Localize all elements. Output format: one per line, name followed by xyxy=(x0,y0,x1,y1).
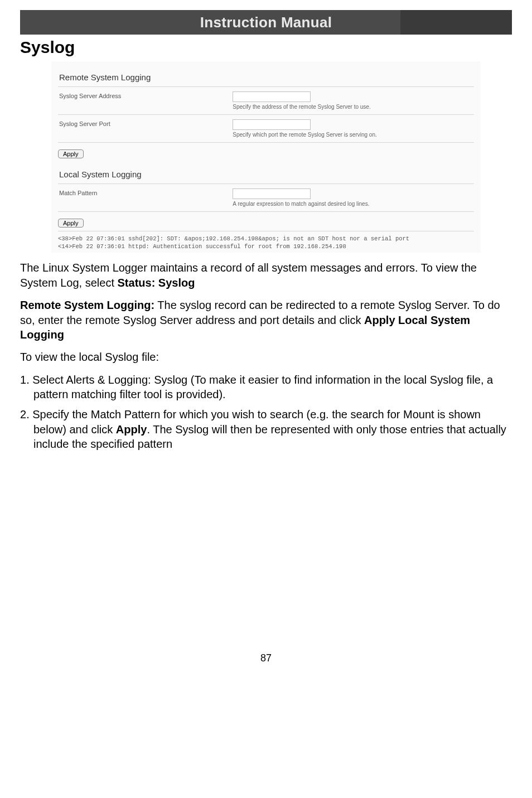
syslog-port-hint: Specify which port the remote Syslog Ser… xyxy=(233,132,376,138)
p1-text: The Linux System Logger maintains a reco… xyxy=(20,262,477,288)
local-logging-heading: Local System Logging xyxy=(58,166,474,183)
page-number: 87 xyxy=(0,652,532,675)
paragraph-1: The Linux System Logger maintains a reco… xyxy=(20,260,512,290)
manual-title: Instruction Manual xyxy=(20,10,512,35)
steps-list: Select Alerts & Logging: Syslog (To make… xyxy=(20,373,512,452)
syslog-address-label: Syslog Server Address xyxy=(58,91,233,110)
step-1: Select Alerts & Logging: Syslog (To make… xyxy=(20,373,512,402)
remote-apply-row: Apply xyxy=(58,142,474,166)
local-row-pattern: Match Pattern A regular expression to ma… xyxy=(58,183,474,211)
remote-apply-button[interactable]: Apply xyxy=(58,149,84,158)
paragraph-2: Remote System Logging: The syslog record… xyxy=(20,298,512,342)
syslog-port-input[interactable] xyxy=(233,119,311,130)
log-line-0: <38>Feb 22 07:36:01 sshd[202]: SDT: &apo… xyxy=(58,235,409,242)
match-pattern-input[interactable] xyxy=(233,188,311,199)
step-2: Specify the Match Pattern for which you … xyxy=(20,407,512,451)
match-pattern-hint: A regular expression to match against de… xyxy=(233,201,369,207)
match-pattern-label: Match Pattern xyxy=(58,188,233,207)
match-pattern-field-col: A regular expression to match against de… xyxy=(233,188,474,207)
syslog-port-field-col: Specify which port the remote Syslog Ser… xyxy=(233,119,474,138)
p1-status-syslog: Status: Syslog xyxy=(118,277,195,289)
remote-row-port: Syslog Server Port Specify which port th… xyxy=(58,114,474,142)
p2-heading: Remote System Logging: xyxy=(20,299,154,311)
syslog-port-label: Syslog Server Port xyxy=(58,119,233,138)
step-2-apply: Apply xyxy=(116,423,147,436)
paragraph-3: To view the local Syslog file: xyxy=(20,350,512,364)
syslog-address-input[interactable] xyxy=(233,91,311,102)
local-apply-row: Apply xyxy=(58,211,474,231)
step-1-text: Select Alerts & Logging: Syslog (To make… xyxy=(32,374,493,400)
remote-logging-heading: Remote System Logging xyxy=(58,69,474,86)
syslog-address-field-col: Specify the address of the remote Syslog… xyxy=(233,91,474,110)
local-apply-button[interactable]: Apply xyxy=(58,219,84,228)
header-band: Instruction Manual xyxy=(20,10,512,35)
body-content: The Linux System Logger maintains a reco… xyxy=(20,260,512,364)
syslog-output: <38>Feb 22 07:36:01 sshd[202]: SDT: &apo… xyxy=(58,231,474,250)
remote-row-address: Syslog Server Address Specify the addres… xyxy=(58,86,474,114)
syslog-config-screenshot: Remote System Logging Syslog Server Addr… xyxy=(51,61,481,253)
page-title: Syslog xyxy=(20,38,532,57)
syslog-address-hint: Specify the address of the remote Syslog… xyxy=(233,104,370,110)
log-line-1: <14>Feb 22 07:36:01 httpd: Authenticatio… xyxy=(58,243,346,250)
